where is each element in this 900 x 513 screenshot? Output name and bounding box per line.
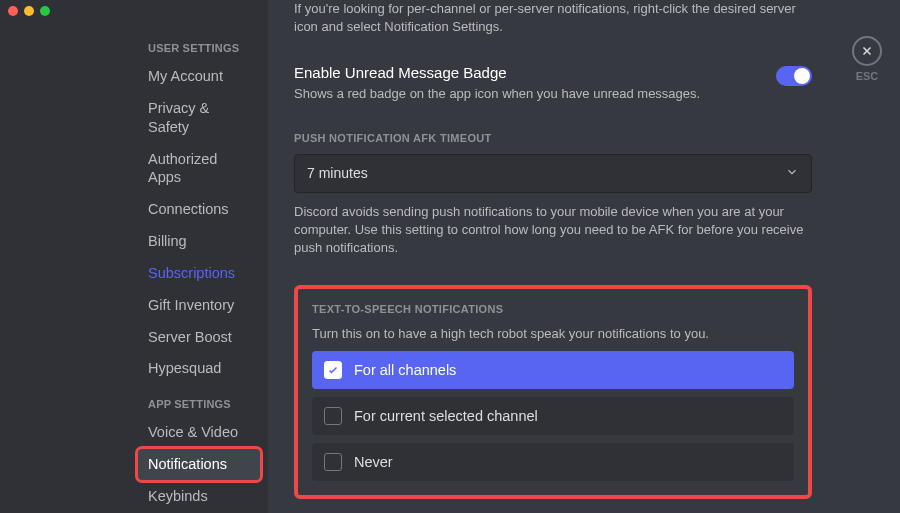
settings-sidebar: USER SETTINGS My Account Privacy & Safet… <box>0 0 268 513</box>
sidebar-header-user: USER SETTINGS <box>138 36 260 60</box>
tts-option-all-label: For all channels <box>354 362 456 378</box>
tts-desc: Turn this on to have a high tech robot s… <box>312 325 794 343</box>
unread-badge-desc: Shows a red badge on the app icon when y… <box>294 85 700 103</box>
tts-section: TEXT-TO-SPEECH NOTIFICATIONS Turn this o… <box>294 285 812 499</box>
sidebar-item-keybinds[interactable]: Keybinds <box>138 481 260 512</box>
settings-main: ESC If you're looking for per-channel or… <box>268 0 900 513</box>
sidebar-item-billing[interactable]: Billing <box>138 226 260 257</box>
sidebar-item-authorized-apps[interactable]: Authorized Apps <box>138 144 260 194</box>
per-channel-note: If you're looking for per-channel or per… <box>294 0 812 36</box>
checkbox-icon <box>324 361 342 379</box>
chevron-down-icon <box>785 165 799 182</box>
window-minimize-dot[interactable] <box>24 6 34 16</box>
tts-header: TEXT-TO-SPEECH NOTIFICATIONS <box>312 303 794 315</box>
sidebar-item-gift-inventory[interactable]: Gift Inventory <box>138 290 260 321</box>
sidebar-item-server-boost[interactable]: Server Boost <box>138 322 260 353</box>
sidebar-item-privacy[interactable]: Privacy & Safety <box>138 93 260 143</box>
afk-timeout-select[interactable]: 7 minutes <box>294 154 812 193</box>
unread-badge-title: Enable Unread Message Badge <box>294 64 700 81</box>
unread-badge-row: Enable Unread Message Badge Shows a red … <box>294 64 812 103</box>
afk-header: PUSH NOTIFICATION AFK TIMEOUT <box>294 132 812 144</box>
esc-label: ESC <box>856 70 879 82</box>
sidebar-item-connections[interactable]: Connections <box>138 194 260 225</box>
close-icon <box>860 44 874 58</box>
window-controls <box>8 6 50 16</box>
sidebar-header-app: APP SETTINGS <box>138 392 260 416</box>
afk-timeout-value: 7 minutes <box>307 165 368 181</box>
sidebar-item-subscriptions[interactable]: Subscriptions <box>138 258 260 289</box>
tts-option-never[interactable]: Never <box>312 443 794 481</box>
window-maximize-dot[interactable] <box>40 6 50 16</box>
window-close-dot[interactable] <box>8 6 18 16</box>
checkbox-icon <box>324 453 342 471</box>
sidebar-item-hypesquad[interactable]: Hypesquad <box>138 353 260 384</box>
sidebar-item-voice-video[interactable]: Voice & Video <box>138 417 260 448</box>
tts-option-current-label: For current selected channel <box>354 408 538 424</box>
close-button[interactable] <box>852 36 882 66</box>
tts-option-current[interactable]: For current selected channel <box>312 397 794 435</box>
sidebar-item-my-account[interactable]: My Account <box>138 61 260 92</box>
close-area: ESC <box>852 36 882 82</box>
tts-option-never-label: Never <box>354 454 393 470</box>
checkbox-icon <box>324 407 342 425</box>
tts-option-all[interactable]: For all channels <box>312 351 794 389</box>
afk-desc: Discord avoids sending push notification… <box>294 203 812 258</box>
unread-badge-toggle[interactable] <box>776 66 812 86</box>
sidebar-item-notifications[interactable]: Notifications <box>138 449 260 480</box>
